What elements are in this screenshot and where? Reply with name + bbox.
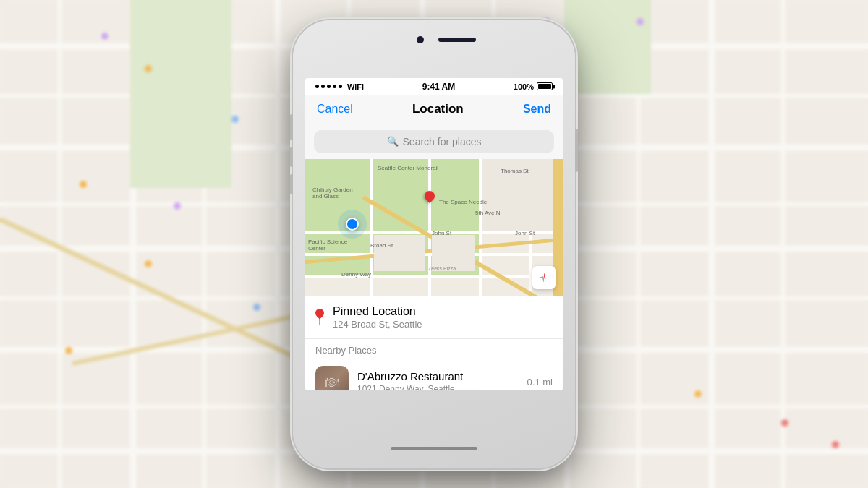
status-bar: WiFi 9:41 AM 100% — [305, 78, 563, 95]
place-thumbnail-restaurant: 🍽 — [315, 366, 349, 390]
map-label-john2: John St — [515, 230, 535, 236]
pinned-location-address: 124 Broad St, Seattle — [333, 319, 553, 330]
map-label-chihuly: Chihuly Gardenand Glass — [312, 187, 353, 200]
place-name: D'Abruzzo Restaurant — [357, 370, 519, 382]
map-label-zeeks: Zeeks Pizza — [428, 266, 456, 271]
user-location-dot — [338, 210, 367, 239]
navigation-bar: Cancel Location Send — [305, 95, 563, 124]
phone-frame: WiFi 9:41 AM 100% Cancel Location Send 🔍… — [293, 20, 575, 468]
svg-marker-1 — [542, 278, 544, 283]
map-label-thomas: Thomas St — [501, 168, 529, 174]
pinned-location-title: Pinned Location — [333, 305, 553, 318]
battery-icon — [537, 82, 553, 90]
status-time: 9:41 AM — [422, 82, 456, 92]
compass-button[interactable] — [532, 266, 556, 289]
nearby-places-heading: Nearby Places — [305, 339, 563, 359]
wifi-label: WiFi — [347, 82, 364, 91]
home-indicator — [293, 429, 575, 468]
speaker-bar — [438, 38, 476, 42]
svg-marker-0 — [544, 273, 545, 278]
front-camera — [417, 36, 424, 43]
search-bar: 🔍 Search for places — [305, 124, 563, 159]
pin-head — [314, 307, 326, 320]
battery-pct: 100% — [514, 82, 534, 91]
pin-icon — [315, 309, 324, 325]
map-label-5thave: 5th Ave N — [475, 210, 501, 216]
map-label-monorail: Seattle Center Monorail — [378, 165, 438, 171]
restaurant-icon: 🍽 — [325, 374, 339, 390]
cancel-button[interactable]: Cancel — [317, 103, 353, 116]
status-right: 100% — [514, 82, 553, 91]
place-distance: 0.1 mi — [527, 377, 553, 388]
map-view[interactable]: Seattle Center Monorail Chihuly Gardenan… — [305, 159, 563, 296]
map-block — [374, 235, 425, 271]
map-label-space-needle: The Space Needle — [439, 199, 487, 205]
search-placeholder-text: Search for places — [403, 136, 482, 147]
nav-title: Location — [412, 102, 464, 116]
volume-buttons — [290, 147, 293, 194]
pinned-location-info: Pinned Location 124 Broad St, Seattle — [333, 305, 553, 330]
map-label-pac-sci: Pacific ScienceCenter — [308, 239, 347, 252]
map-label-broad: Broad St — [370, 242, 393, 249]
svg-marker-2 — [539, 276, 544, 278]
svg-marker-3 — [544, 278, 549, 279]
map-road — [479, 159, 482, 296]
map-road — [428, 159, 431, 296]
map-label-john: John St — [432, 230, 451, 236]
send-button[interactable]: Send — [523, 103, 551, 116]
place-address: 1021 Denny Way, Seattle — [357, 384, 519, 390]
list-item[interactable]: 🍽 D'Abruzzo Restaurant 1021 Denny Way, S… — [305, 359, 563, 390]
phone-screen: WiFi 9:41 AM 100% Cancel Location Send 🔍… — [305, 78, 563, 390]
map-label-denny: Denny Way — [341, 271, 371, 278]
search-input[interactable]: 🔍 Search for places — [314, 130, 554, 153]
phone-top-bezel — [293, 20, 575, 78]
pinned-location-item[interactable]: Pinned Location 124 Broad St, Seattle — [305, 296, 563, 339]
battery-fill — [538, 84, 551, 89]
results-list: Pinned Location 124 Broad St, Seattle Ne… — [305, 296, 563, 390]
place-info: D'Abruzzo Restaurant 1021 Denny Way, Sea… — [357, 370, 519, 390]
signal-bars: WiFi — [315, 82, 364, 91]
search-icon: 🔍 — [387, 136, 399, 147]
home-bar — [391, 447, 477, 450]
map-location-pin — [425, 191, 435, 201]
